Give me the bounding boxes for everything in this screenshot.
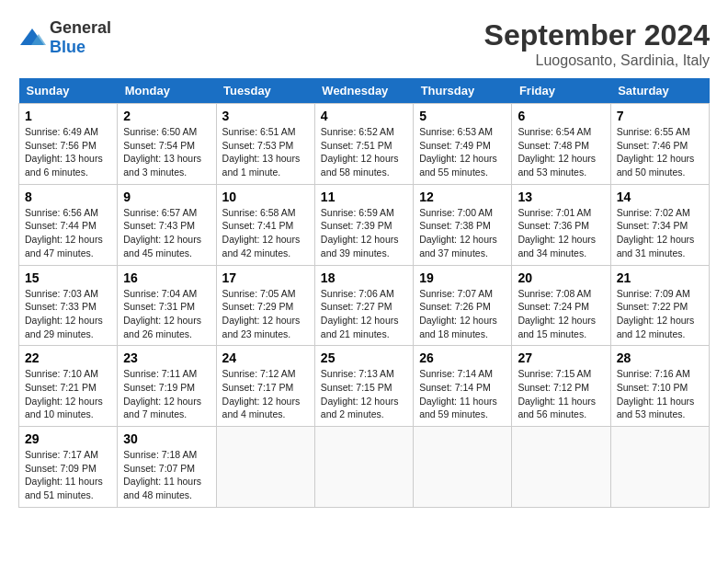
calendar-cell: 11 Sunrise: 6:59 AMSunset: 7:39 PMDaylig… bbox=[314, 184, 413, 265]
cell-info: Sunrise: 6:54 AMSunset: 7:48 PMDaylight:… bbox=[518, 126, 596, 178]
page-header: General Blue September 2024 Luogosanto, … bbox=[18, 18, 710, 69]
date-number: 3 bbox=[222, 109, 309, 123]
calendar-cell: 9 Sunrise: 6:57 AMSunset: 7:43 PMDayligh… bbox=[118, 184, 216, 265]
cell-info: Sunrise: 7:05 AMSunset: 7:29 PMDaylight:… bbox=[222, 288, 301, 339]
date-number: 18 bbox=[321, 270, 407, 285]
calendar-cell: 20 Sunrise: 7:08 AMSunset: 7:24 PMDaylig… bbox=[512, 265, 610, 346]
date-number: 15 bbox=[25, 270, 111, 285]
calendar-cell bbox=[314, 427, 413, 508]
calendar-cell: 21 Sunrise: 7:09 AMSunset: 7:22 PMDaylig… bbox=[610, 265, 709, 346]
cell-info: Sunrise: 7:01 AMSunset: 7:36 PMDaylight:… bbox=[518, 207, 596, 259]
date-number: 7 bbox=[617, 109, 703, 123]
date-number: 16 bbox=[123, 270, 210, 285]
date-number: 5 bbox=[419, 109, 506, 123]
calendar-cell: 30 Sunrise: 7:18 AMSunset: 7:07 PMDaylig… bbox=[118, 427, 216, 508]
calendar-cell: 10 Sunrise: 6:58 AMSunset: 7:41 PMDaylig… bbox=[216, 184, 314, 265]
calendar-cell: 16 Sunrise: 7:04 AMSunset: 7:31 PMDaylig… bbox=[118, 265, 216, 346]
cell-info: Sunrise: 7:16 AMSunset: 7:10 PMDaylight:… bbox=[617, 368, 695, 419]
cell-info: Sunrise: 6:50 AMSunset: 7:54 PMDaylight:… bbox=[123, 126, 201, 178]
calendar-cell: 26 Sunrise: 7:14 AMSunset: 7:14 PMDaylig… bbox=[414, 346, 512, 427]
date-number: 25 bbox=[321, 350, 407, 365]
header-tuesday: Tuesday bbox=[216, 78, 314, 104]
calendar-cell bbox=[414, 427, 512, 508]
calendar-cell: 12 Sunrise: 7:00 AMSunset: 7:38 PMDaylig… bbox=[414, 184, 512, 265]
header-thursday: Thursday bbox=[414, 78, 512, 104]
header-wednesday: Wednesday bbox=[314, 78, 413, 104]
logo-blue: Blue bbox=[50, 38, 85, 56]
date-number: 30 bbox=[123, 431, 210, 446]
cell-info: Sunrise: 7:14 AMSunset: 7:14 PMDaylight:… bbox=[419, 368, 497, 419]
cell-info: Sunrise: 7:08 AMSunset: 7:24 PMDaylight:… bbox=[518, 288, 596, 339]
cell-info: Sunrise: 7:04 AMSunset: 7:31 PMDaylight:… bbox=[123, 288, 201, 339]
cell-info: Sunrise: 7:06 AMSunset: 7:27 PMDaylight:… bbox=[321, 288, 399, 339]
header-sunday: Sunday bbox=[19, 78, 118, 104]
cell-info: Sunrise: 6:51 AMSunset: 7:53 PMDaylight:… bbox=[222, 126, 301, 178]
calendar-cell: 24 Sunrise: 7:12 AMSunset: 7:17 PMDaylig… bbox=[216, 346, 314, 427]
date-number: 11 bbox=[321, 190, 407, 204]
week-row-3: 15 Sunrise: 7:03 AMSunset: 7:33 PMDaylig… bbox=[19, 265, 710, 346]
calendar-cell: 1 Sunrise: 6:49 AMSunset: 7:56 PMDayligh… bbox=[19, 104, 118, 185]
date-number: 26 bbox=[419, 350, 506, 365]
date-number: 27 bbox=[518, 350, 604, 365]
calendar-cell: 23 Sunrise: 7:11 AMSunset: 7:19 PMDaylig… bbox=[118, 346, 216, 427]
date-number: 4 bbox=[321, 109, 407, 123]
header-friday: Friday bbox=[512, 78, 610, 104]
cell-info: Sunrise: 7:09 AMSunset: 7:22 PMDaylight:… bbox=[617, 288, 695, 339]
cell-info: Sunrise: 6:57 AMSunset: 7:43 PMDaylight:… bbox=[123, 207, 201, 259]
date-number: 20 bbox=[518, 270, 604, 285]
header-saturday: Saturday bbox=[610, 78, 709, 104]
month-title: September 2024 bbox=[484, 18, 710, 52]
date-number: 17 bbox=[222, 270, 309, 285]
cell-info: Sunrise: 6:55 AMSunset: 7:46 PMDaylight:… bbox=[617, 126, 695, 178]
calendar-cell: 14 Sunrise: 7:02 AMSunset: 7:34 PMDaylig… bbox=[610, 184, 709, 265]
date-number: 24 bbox=[222, 350, 309, 365]
cell-info: Sunrise: 7:00 AMSunset: 7:38 PMDaylight:… bbox=[419, 207, 497, 259]
date-number: 28 bbox=[617, 350, 703, 365]
cell-info: Sunrise: 7:18 AMSunset: 7:07 PMDaylight:… bbox=[123, 449, 201, 500]
logo-general: General bbox=[50, 18, 111, 37]
calendar-cell: 4 Sunrise: 6:52 AMSunset: 7:51 PMDayligh… bbox=[314, 104, 413, 185]
calendar-cell bbox=[512, 427, 610, 508]
calendar-cell: 13 Sunrise: 7:01 AMSunset: 7:36 PMDaylig… bbox=[512, 184, 610, 265]
cell-info: Sunrise: 7:17 AMSunset: 7:09 PMDaylight:… bbox=[25, 449, 103, 500]
calendar-cell: 7 Sunrise: 6:55 AMSunset: 7:46 PMDayligh… bbox=[610, 104, 709, 185]
calendar-cell bbox=[216, 427, 314, 508]
calendar-header-row: SundayMondayTuesdayWednesdayThursdayFrid… bbox=[19, 78, 710, 104]
date-number: 22 bbox=[25, 350, 111, 365]
calendar-cell: 25 Sunrise: 7:13 AMSunset: 7:15 PMDaylig… bbox=[314, 346, 413, 427]
cell-info: Sunrise: 7:15 AMSunset: 7:12 PMDaylight:… bbox=[518, 368, 596, 419]
calendar-cell: 22 Sunrise: 7:10 AMSunset: 7:21 PMDaylig… bbox=[19, 346, 118, 427]
title-section: September 2024 Luogosanto, Sardinia, Ita… bbox=[484, 18, 710, 69]
cell-info: Sunrise: 6:52 AMSunset: 7:51 PMDaylight:… bbox=[321, 126, 399, 178]
calendar-cell: 28 Sunrise: 7:16 AMSunset: 7:10 PMDaylig… bbox=[610, 346, 709, 427]
calendar-cell: 6 Sunrise: 6:54 AMSunset: 7:48 PMDayligh… bbox=[512, 104, 610, 185]
logo-text: General Blue bbox=[50, 18, 111, 57]
cell-info: Sunrise: 7:11 AMSunset: 7:19 PMDaylight:… bbox=[123, 368, 201, 419]
week-row-5: 29 Sunrise: 7:17 AMSunset: 7:09 PMDaylig… bbox=[19, 427, 710, 508]
calendar-cell bbox=[610, 427, 709, 508]
date-number: 6 bbox=[518, 109, 604, 123]
calendar-cell: 5 Sunrise: 6:53 AMSunset: 7:49 PMDayligh… bbox=[414, 104, 512, 185]
week-row-2: 8 Sunrise: 6:56 AMSunset: 7:44 PMDayligh… bbox=[19, 184, 710, 265]
date-number: 23 bbox=[123, 350, 210, 365]
date-number: 19 bbox=[419, 270, 506, 285]
date-number: 14 bbox=[617, 190, 703, 204]
date-number: 21 bbox=[617, 270, 703, 285]
calendar-cell: 18 Sunrise: 7:06 AMSunset: 7:27 PMDaylig… bbox=[314, 265, 413, 346]
cell-info: Sunrise: 6:49 AMSunset: 7:56 PMDaylight:… bbox=[25, 126, 103, 178]
calendar-cell: 15 Sunrise: 7:03 AMSunset: 7:33 PMDaylig… bbox=[19, 265, 118, 346]
cell-info: Sunrise: 7:12 AMSunset: 7:17 PMDaylight:… bbox=[222, 368, 301, 419]
date-number: 8 bbox=[25, 190, 111, 204]
calendar-cell: 3 Sunrise: 6:51 AMSunset: 7:53 PMDayligh… bbox=[216, 104, 314, 185]
cell-info: Sunrise: 6:59 AMSunset: 7:39 PMDaylight:… bbox=[321, 207, 399, 259]
calendar-cell: 29 Sunrise: 7:17 AMSunset: 7:09 PMDaylig… bbox=[19, 427, 118, 508]
week-row-1: 1 Sunrise: 6:49 AMSunset: 7:56 PMDayligh… bbox=[19, 104, 710, 185]
location-title: Luogosanto, Sardinia, Italy bbox=[484, 52, 710, 69]
calendar-cell: 27 Sunrise: 7:15 AMSunset: 7:12 PMDaylig… bbox=[512, 346, 610, 427]
date-number: 12 bbox=[419, 190, 506, 204]
date-number: 9 bbox=[123, 190, 210, 204]
cell-info: Sunrise: 6:56 AMSunset: 7:44 PMDaylight:… bbox=[25, 207, 103, 259]
cell-info: Sunrise: 7:03 AMSunset: 7:33 PMDaylight:… bbox=[25, 288, 103, 339]
cell-info: Sunrise: 7:10 AMSunset: 7:21 PMDaylight:… bbox=[25, 368, 103, 419]
date-number: 2 bbox=[123, 109, 210, 123]
